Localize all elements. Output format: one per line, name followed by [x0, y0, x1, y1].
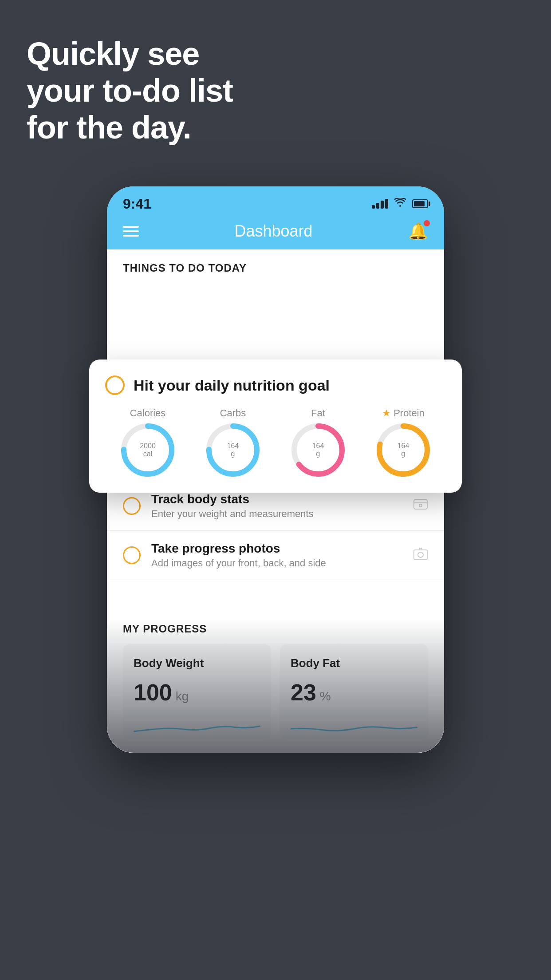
- body-fat-title: Body Fat: [291, 656, 417, 670]
- carbs-value: 164 g: [227, 442, 239, 458]
- status-time: 9:41: [123, 196, 151, 212]
- nutrition-card-title: Hit your daily nutrition goal: [134, 377, 330, 394]
- signal-icon: [372, 199, 388, 209]
- battery-icon: [412, 199, 428, 208]
- calories-item: Calories 2000 cal: [121, 407, 174, 477]
- status-icons: [372, 198, 428, 209]
- svg-point-4: [418, 552, 423, 557]
- nutrition-card: Hit your daily nutrition goal Calories 2…: [89, 360, 462, 493]
- body-fat-value-row: 23 %: [291, 679, 417, 706]
- todo-title: Track body stats: [151, 492, 402, 506]
- protein-chart: 164 g: [377, 423, 430, 477]
- body-weight-value-row: 100 kg: [134, 679, 260, 706]
- scale-icon: [413, 497, 428, 516]
- list-item[interactable]: Take progress photos Add images of your …: [107, 531, 444, 580]
- fat-item: Fat 164 g: [291, 407, 345, 477]
- todo-title: Take progress photos: [151, 541, 402, 556]
- progress-cards: Body Weight 100 kg Body Fat 23: [123, 644, 428, 739]
- calories-chart: 2000 cal: [121, 423, 174, 477]
- carbs-label: Carbs: [220, 407, 246, 419]
- notification-dot: [424, 220, 430, 226]
- card-header: Hit your daily nutrition goal: [105, 375, 446, 395]
- star-icon: ★: [382, 407, 391, 419]
- hero-text: Quickly see your to-do list for the day.: [27, 36, 233, 146]
- wifi-icon: [394, 198, 406, 209]
- body-fat-card[interactable]: Body Fat 23 %: [280, 644, 428, 739]
- calories-label: Calories: [130, 407, 166, 419]
- hero-line3: for the day.: [27, 109, 233, 146]
- progress-header: MY PROGRESS: [123, 623, 428, 635]
- carbs-item: Carbs 164 g: [206, 407, 260, 477]
- todo-subtitle: Add images of your front, back, and side: [151, 557, 402, 569]
- nutrition-checkbox[interactable]: [105, 375, 125, 395]
- todo-subtitle: Enter your weight and measurements: [151, 508, 402, 520]
- svg-rect-3: [414, 550, 427, 560]
- nav-title: Dashboard: [234, 222, 312, 241]
- body-fat-unit: %: [320, 689, 331, 703]
- calories-value: 2000 cal: [140, 442, 156, 458]
- body-fat-value: 23: [291, 679, 316, 706]
- progress-section: MY PROGRESS Body Weight 100 kg Body: [107, 607, 444, 753]
- body-fat-sparkline: [291, 713, 417, 739]
- carbs-chart: 164 g: [206, 423, 260, 477]
- protein-label: ★ Protein: [382, 407, 425, 419]
- todo-checkbox-body-stats[interactable]: [123, 497, 141, 515]
- body-weight-value: 100: [134, 679, 172, 706]
- body-weight-sparkline: [134, 713, 260, 739]
- nutrition-circles: Calories 2000 cal Carbs: [105, 407, 446, 477]
- fat-chart: 164 g: [291, 423, 345, 477]
- todo-text-progress-photos: Take progress photos Add images of your …: [151, 541, 402, 569]
- todo-text-body-stats: Track body stats Enter your weight and m…: [151, 492, 402, 520]
- hero-line1: Quickly see: [27, 36, 233, 72]
- body-weight-unit: kg: [176, 689, 189, 703]
- svg-point-2: [419, 504, 422, 507]
- body-weight-title: Body Weight: [134, 656, 260, 670]
- phone-content: THINGS TO DO TODAY Running Track your st…: [107, 249, 444, 753]
- status-bar: 9:41: [107, 186, 444, 217]
- fat-value: 164 g: [312, 442, 324, 458]
- protein-value: 164 g: [398, 442, 409, 458]
- hamburger-menu[interactable]: [123, 226, 139, 237]
- things-to-do-header: THINGS TO DO TODAY: [107, 249, 444, 281]
- fat-label: Fat: [311, 407, 325, 419]
- body-weight-card[interactable]: Body Weight 100 kg: [123, 644, 271, 739]
- nav-bar: Dashboard 🔔: [107, 217, 444, 249]
- hero-line2: your to-do list: [27, 72, 233, 109]
- photo-icon: [413, 546, 428, 565]
- notification-bell[interactable]: 🔔: [408, 222, 428, 241]
- todo-checkbox-progress-photos[interactable]: [123, 546, 141, 564]
- spacer: [107, 580, 444, 607]
- protein-item: ★ Protein 164 g: [377, 407, 430, 477]
